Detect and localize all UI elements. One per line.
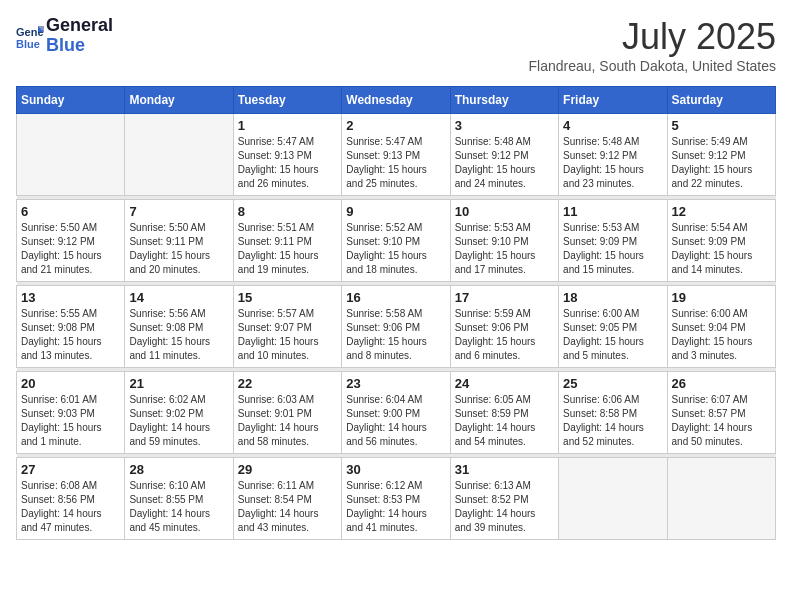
calendar-cell: 7Sunrise: 5:50 AM Sunset: 9:11 PM Daylig… xyxy=(125,200,233,282)
day-number: 22 xyxy=(238,376,337,391)
day-info: Sunrise: 5:53 AM Sunset: 9:09 PM Dayligh… xyxy=(563,221,662,277)
calendar-cell: 10Sunrise: 5:53 AM Sunset: 9:10 PM Dayli… xyxy=(450,200,558,282)
calendar-cell xyxy=(667,458,775,540)
day-info: Sunrise: 6:00 AM Sunset: 9:05 PM Dayligh… xyxy=(563,307,662,363)
day-number: 8 xyxy=(238,204,337,219)
calendar-cell: 16Sunrise: 5:58 AM Sunset: 9:06 PM Dayli… xyxy=(342,286,450,368)
day-info: Sunrise: 6:00 AM Sunset: 9:04 PM Dayligh… xyxy=(672,307,771,363)
calendar-week-row: 13Sunrise: 5:55 AM Sunset: 9:08 PM Dayli… xyxy=(17,286,776,368)
calendar-week-row: 1Sunrise: 5:47 AM Sunset: 9:13 PM Daylig… xyxy=(17,114,776,196)
day-info: Sunrise: 5:51 AM Sunset: 9:11 PM Dayligh… xyxy=(238,221,337,277)
calendar-cell xyxy=(559,458,667,540)
calendar-cell: 19Sunrise: 6:00 AM Sunset: 9:04 PM Dayli… xyxy=(667,286,775,368)
calendar-cell xyxy=(125,114,233,196)
day-info: Sunrise: 5:59 AM Sunset: 9:06 PM Dayligh… xyxy=(455,307,554,363)
calendar-cell: 3Sunrise: 5:48 AM Sunset: 9:12 PM Daylig… xyxy=(450,114,558,196)
page-header: General Blue General Blue July 2025 Flan… xyxy=(16,16,776,74)
day-number: 19 xyxy=(672,290,771,305)
day-info: Sunrise: 6:02 AM Sunset: 9:02 PM Dayligh… xyxy=(129,393,228,449)
calendar-cell: 31Sunrise: 6:13 AM Sunset: 8:52 PM Dayli… xyxy=(450,458,558,540)
day-info: Sunrise: 5:49 AM Sunset: 9:12 PM Dayligh… xyxy=(672,135,771,191)
calendar-cell: 4Sunrise: 5:48 AM Sunset: 9:12 PM Daylig… xyxy=(559,114,667,196)
calendar-cell: 30Sunrise: 6:12 AM Sunset: 8:53 PM Dayli… xyxy=(342,458,450,540)
day-number: 17 xyxy=(455,290,554,305)
day-number: 30 xyxy=(346,462,445,477)
weekday-header-monday: Monday xyxy=(125,87,233,114)
day-info: Sunrise: 5:48 AM Sunset: 9:12 PM Dayligh… xyxy=(455,135,554,191)
calendar-cell: 26Sunrise: 6:07 AM Sunset: 8:57 PM Dayli… xyxy=(667,372,775,454)
calendar-cell: 11Sunrise: 5:53 AM Sunset: 9:09 PM Dayli… xyxy=(559,200,667,282)
logo: General Blue General Blue xyxy=(16,16,113,56)
day-number: 24 xyxy=(455,376,554,391)
day-info: Sunrise: 5:53 AM Sunset: 9:10 PM Dayligh… xyxy=(455,221,554,277)
calendar-cell: 20Sunrise: 6:01 AM Sunset: 9:03 PM Dayli… xyxy=(17,372,125,454)
logo-text: General Blue xyxy=(46,16,113,56)
calendar-header-row: SundayMondayTuesdayWednesdayThursdayFrid… xyxy=(17,87,776,114)
calendar-cell: 13Sunrise: 5:55 AM Sunset: 9:08 PM Dayli… xyxy=(17,286,125,368)
day-info: Sunrise: 6:01 AM Sunset: 9:03 PM Dayligh… xyxy=(21,393,120,449)
day-info: Sunrise: 6:04 AM Sunset: 9:00 PM Dayligh… xyxy=(346,393,445,449)
day-number: 23 xyxy=(346,376,445,391)
day-info: Sunrise: 6:03 AM Sunset: 9:01 PM Dayligh… xyxy=(238,393,337,449)
day-info: Sunrise: 5:52 AM Sunset: 9:10 PM Dayligh… xyxy=(346,221,445,277)
day-info: Sunrise: 5:48 AM Sunset: 9:12 PM Dayligh… xyxy=(563,135,662,191)
day-number: 7 xyxy=(129,204,228,219)
day-info: Sunrise: 5:50 AM Sunset: 9:12 PM Dayligh… xyxy=(21,221,120,277)
calendar-table: SundayMondayTuesdayWednesdayThursdayFrid… xyxy=(16,86,776,540)
calendar-cell xyxy=(17,114,125,196)
calendar-cell: 29Sunrise: 6:11 AM Sunset: 8:54 PM Dayli… xyxy=(233,458,341,540)
calendar-week-row: 27Sunrise: 6:08 AM Sunset: 8:56 PM Dayli… xyxy=(17,458,776,540)
calendar-cell: 9Sunrise: 5:52 AM Sunset: 9:10 PM Daylig… xyxy=(342,200,450,282)
title-block: July 2025 Flandreau, South Dakota, Unite… xyxy=(529,16,776,74)
day-number: 29 xyxy=(238,462,337,477)
day-number: 16 xyxy=(346,290,445,305)
day-info: Sunrise: 5:57 AM Sunset: 9:07 PM Dayligh… xyxy=(238,307,337,363)
calendar-cell: 21Sunrise: 6:02 AM Sunset: 9:02 PM Dayli… xyxy=(125,372,233,454)
calendar-cell: 24Sunrise: 6:05 AM Sunset: 8:59 PM Dayli… xyxy=(450,372,558,454)
day-number: 26 xyxy=(672,376,771,391)
calendar-cell: 27Sunrise: 6:08 AM Sunset: 8:56 PM Dayli… xyxy=(17,458,125,540)
month-title: July 2025 xyxy=(529,16,776,58)
day-info: Sunrise: 5:47 AM Sunset: 9:13 PM Dayligh… xyxy=(238,135,337,191)
day-number: 25 xyxy=(563,376,662,391)
weekday-header-saturday: Saturday xyxy=(667,87,775,114)
day-number: 18 xyxy=(563,290,662,305)
day-info: Sunrise: 6:06 AM Sunset: 8:58 PM Dayligh… xyxy=(563,393,662,449)
day-number: 6 xyxy=(21,204,120,219)
day-number: 31 xyxy=(455,462,554,477)
day-number: 27 xyxy=(21,462,120,477)
location: Flandreau, South Dakota, United States xyxy=(529,58,776,74)
day-info: Sunrise: 6:07 AM Sunset: 8:57 PM Dayligh… xyxy=(672,393,771,449)
day-info: Sunrise: 6:12 AM Sunset: 8:53 PM Dayligh… xyxy=(346,479,445,535)
svg-text:Blue: Blue xyxy=(16,38,40,50)
day-info: Sunrise: 5:54 AM Sunset: 9:09 PM Dayligh… xyxy=(672,221,771,277)
day-number: 4 xyxy=(563,118,662,133)
weekday-header-tuesday: Tuesday xyxy=(233,87,341,114)
calendar-week-row: 6Sunrise: 5:50 AM Sunset: 9:12 PM Daylig… xyxy=(17,200,776,282)
calendar-cell: 14Sunrise: 5:56 AM Sunset: 9:08 PM Dayli… xyxy=(125,286,233,368)
calendar-cell: 12Sunrise: 5:54 AM Sunset: 9:09 PM Dayli… xyxy=(667,200,775,282)
day-info: Sunrise: 6:05 AM Sunset: 8:59 PM Dayligh… xyxy=(455,393,554,449)
day-number: 5 xyxy=(672,118,771,133)
calendar-cell: 2Sunrise: 5:47 AM Sunset: 9:13 PM Daylig… xyxy=(342,114,450,196)
day-number: 14 xyxy=(129,290,228,305)
calendar-cell: 28Sunrise: 6:10 AM Sunset: 8:55 PM Dayli… xyxy=(125,458,233,540)
day-number: 28 xyxy=(129,462,228,477)
weekday-header-sunday: Sunday xyxy=(17,87,125,114)
day-info: Sunrise: 6:13 AM Sunset: 8:52 PM Dayligh… xyxy=(455,479,554,535)
day-number: 9 xyxy=(346,204,445,219)
day-number: 20 xyxy=(21,376,120,391)
calendar-cell: 23Sunrise: 6:04 AM Sunset: 9:00 PM Dayli… xyxy=(342,372,450,454)
day-info: Sunrise: 6:11 AM Sunset: 8:54 PM Dayligh… xyxy=(238,479,337,535)
calendar-cell: 18Sunrise: 6:00 AM Sunset: 9:05 PM Dayli… xyxy=(559,286,667,368)
day-info: Sunrise: 6:10 AM Sunset: 8:55 PM Dayligh… xyxy=(129,479,228,535)
day-info: Sunrise: 5:55 AM Sunset: 9:08 PM Dayligh… xyxy=(21,307,120,363)
day-info: Sunrise: 5:47 AM Sunset: 9:13 PM Dayligh… xyxy=(346,135,445,191)
day-number: 13 xyxy=(21,290,120,305)
day-number: 21 xyxy=(129,376,228,391)
calendar-cell: 22Sunrise: 6:03 AM Sunset: 9:01 PM Dayli… xyxy=(233,372,341,454)
day-number: 10 xyxy=(455,204,554,219)
calendar-cell: 15Sunrise: 5:57 AM Sunset: 9:07 PM Dayli… xyxy=(233,286,341,368)
day-number: 11 xyxy=(563,204,662,219)
weekday-header-friday: Friday xyxy=(559,87,667,114)
